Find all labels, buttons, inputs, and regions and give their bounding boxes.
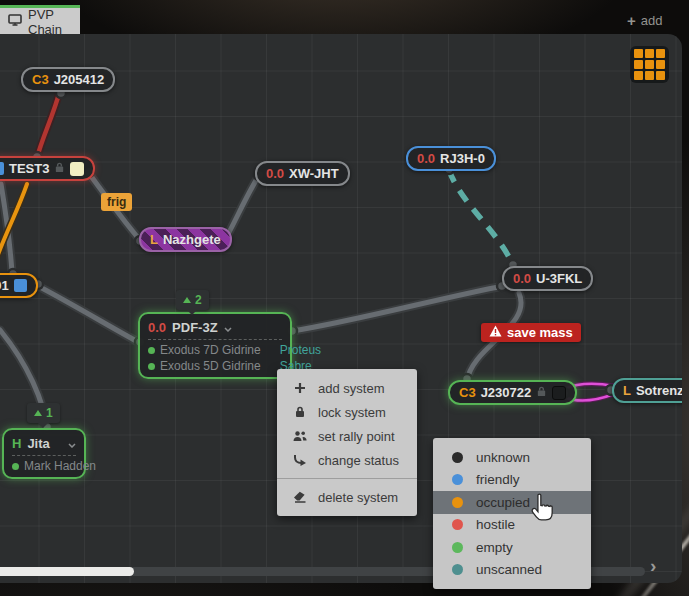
pilot-row: Exodus 5D Gidrine Sabre [148,358,282,374]
save-mass-label: save mass [507,325,573,340]
system-node-j205412[interactable]: C3 J205412 [21,67,115,92]
pilot-dot-icon [148,363,155,370]
layout-grid-icon[interactable] [630,46,669,83]
tab-pvp-chain[interactable]: PVP Chain [0,5,80,35]
system-node-j230722[interactable]: C3 J230722 [448,380,577,405]
menu-item-lock-system[interactable]: lock system [277,400,417,424]
security-status: 0.0 [513,271,531,286]
system-class: C3 [459,385,476,400]
system-class: C3 [32,72,49,87]
system-name: Nazhgete [163,232,221,247]
chevron-right-icon[interactable]: › [650,555,656,577]
status-label: occupied [476,495,530,510]
status-dot-icon [452,564,463,575]
menu-item-delete-system[interactable]: delete system [277,485,417,509]
menu-item-add-system[interactable]: add system [277,376,417,400]
status-dot-icon [452,452,463,463]
pilot-dot-icon [12,463,19,470]
eraser-icon [292,491,307,503]
status-item-occupied[interactable]: occupied [433,491,591,514]
status-label: hostile [476,517,515,532]
system-name: 801 [0,278,9,293]
scrollbar-thumb[interactable] [0,567,134,576]
system-node-sotrenz[interactable]: L Sotrenz [612,378,682,403]
menu-item-label: delete system [318,490,398,505]
system-name: U-3FKL [536,271,582,286]
system-name: PDF-3Z [172,320,218,335]
system-class: H [12,436,21,451]
status-dot-icon [452,474,463,485]
system-node-rj3h-0[interactable]: 0.0 RJ3H-0 [406,146,496,171]
status-item-hostile[interactable]: hostile [433,514,591,537]
system-name: XW-JHT [289,166,339,181]
system-node-pdf-3z[interactable]: 0.0 PDF-3Z Exodus 7D Gidrine Proteus Exo… [138,312,292,379]
warning-icon [489,325,502,340]
system-name: J205412 [54,72,105,87]
status-dot-icon [452,519,463,530]
system-node-xw-jht[interactable]: 0.0 XW-JHT [255,161,350,186]
triangle-up-icon [34,410,42,416]
system-node-nazhgete[interactable]: L Nazhgete [139,227,232,252]
pilot-name: Exodus 7D Gidrine [160,343,261,357]
lock-icon [292,406,307,418]
add-label: add [641,13,663,28]
wormhole-size-badge: frig [101,193,132,211]
pilot-name: Exodus 5D Gidrine [160,359,261,373]
pilot-name: Mark Hadden [24,459,96,473]
tab-label: PVP Chain [28,7,72,37]
status-submenu: unknown friendly occupied hostile empty … [433,438,591,589]
status-label: friendly [476,472,520,487]
hand-cursor-icon [527,493,557,525]
save-mass-badge: save mass [481,323,581,342]
system-name: RJ3H-0 [440,151,485,166]
menu-item-label: set rally point [318,429,395,444]
status-square [70,162,84,176]
pilot-ship: Proteus [266,343,321,357]
status-item-unscanned[interactable]: unscanned [433,559,591,582]
chevron-down-icon[interactable] [68,436,76,451]
pilot-row: Exodus 7D Gidrine Proteus [148,342,282,358]
status-label: empty [476,540,513,555]
pilot-row: Mark Hadden [12,458,76,474]
system-node-801[interactable]: 801 [0,273,38,298]
chevron-down-icon[interactable] [224,320,232,335]
status-item-empty[interactable]: empty [433,536,591,559]
system-node-test3[interactable]: TEST3 [0,156,95,181]
system-name: TEST3 [9,161,49,176]
pilot-count: 1 [46,406,53,420]
add-map-button[interactable]: + add [627,12,662,29]
menu-item-change-status[interactable]: change status [277,448,417,472]
menu-item-set-rally-point[interactable]: set rally point [277,424,417,448]
menu-item-label: change status [318,453,399,468]
status-square [0,162,4,175]
status-dot-icon [452,542,463,553]
arrow-icon [292,454,307,466]
status-square [14,279,27,292]
plus-icon: + [627,12,636,29]
system-node-jita[interactable]: H Jita Mark Hadden [2,428,86,479]
system-name: Jita [27,436,49,451]
pilot-count-badge: 1 [27,403,60,423]
status-item-unknown[interactable]: unknown [433,446,591,469]
users-icon [292,430,307,442]
pilot-dot-icon [148,347,155,354]
monitor-icon [8,14,22,29]
lock-icon [536,385,547,400]
triangle-up-icon [183,297,191,303]
system-node-u-3fkl[interactable]: 0.0 U-3FKL [502,266,593,291]
menu-item-label: add system [318,381,384,396]
security-status: 0.0 [417,151,435,166]
status-item-friendly[interactable]: friendly [433,469,591,492]
status-label: unknown [476,450,530,465]
status-dot-icon [452,497,463,508]
system-name: J230722 [481,385,532,400]
context-menu: add system lock system set rally point c… [277,369,417,516]
lock-icon [54,161,65,176]
menu-separator [277,478,417,479]
security-status: 0.0 [148,320,166,335]
security-status: 0.0 [266,166,284,181]
plus-icon [292,382,307,394]
pilot-count-badge: 2 [176,290,209,310]
status-square [552,386,566,400]
system-name: Sotrenz [636,383,682,398]
